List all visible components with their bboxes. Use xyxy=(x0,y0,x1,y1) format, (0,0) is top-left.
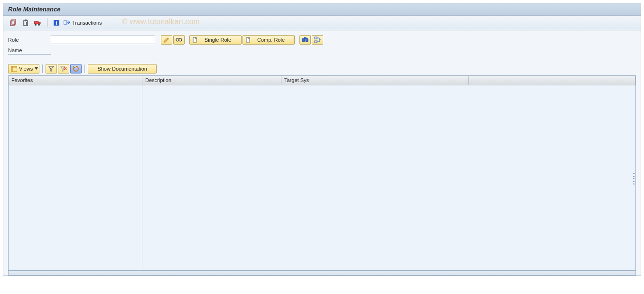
svg-text:i: i xyxy=(56,20,57,26)
info-icon[interactable]: i xyxy=(51,18,62,28)
display-button[interactable] xyxy=(173,35,185,45)
refresh-button[interactable] xyxy=(70,64,82,74)
expand-button[interactable] xyxy=(312,35,323,45)
delete-icon[interactable] xyxy=(20,18,31,28)
filter-clear-icon xyxy=(60,66,67,72)
single-role-label: Single Role xyxy=(197,37,238,43)
views-button[interactable]: Views xyxy=(8,64,39,74)
svg-point-9 xyxy=(35,24,37,26)
change-button[interactable] xyxy=(161,35,172,45)
binoculars-icon xyxy=(302,37,308,43)
svg-rect-22 xyxy=(315,37,317,39)
role-label: Role xyxy=(8,37,51,43)
show-doc-label: Show Documentation xyxy=(91,66,153,72)
column-header-empty xyxy=(469,76,635,85)
svg-rect-2 xyxy=(24,21,28,26)
grid-header-row: Favorites Description Target Sys xyxy=(9,76,635,85)
layout-icon xyxy=(11,66,17,72)
column-header-description[interactable]: Description xyxy=(142,76,281,85)
dropdown-arrow-icon xyxy=(35,67,38,70)
glasses-icon xyxy=(176,37,182,42)
column-header-favorites[interactable]: Favorites xyxy=(9,76,142,85)
svg-rect-21 xyxy=(304,37,306,39)
svg-rect-7 xyxy=(34,21,38,24)
svg-point-14 xyxy=(176,38,179,41)
comp-role-label: Comp. Role xyxy=(251,37,291,43)
transactions-label: Transactions xyxy=(72,20,102,26)
svg-rect-18 xyxy=(246,37,250,42)
document-icon xyxy=(246,37,251,43)
filter-delete-button[interactable] xyxy=(58,64,69,74)
transport-icon[interactable] xyxy=(33,18,43,28)
column-header-target-sys[interactable]: Target Sys xyxy=(281,76,469,85)
watermark-text: © www.tutorialkart.com xyxy=(122,18,200,26)
svg-rect-8 xyxy=(38,22,40,24)
page-title: Role Maintenance xyxy=(3,3,641,16)
hierarchy-icon xyxy=(314,37,321,43)
alv-toolbar: Views Show Documentation xyxy=(8,64,636,74)
app-toolbar: i Transactions © www.tutorialkart.com xyxy=(3,16,641,30)
document-icon xyxy=(193,37,197,43)
role-input[interactable] xyxy=(51,36,155,44)
data-grid: Favorites Description Target Sys xyxy=(8,75,636,271)
grid-body-favorites[interactable] xyxy=(9,85,142,270)
svg-point-10 xyxy=(38,24,40,26)
pencil-icon xyxy=(164,37,169,43)
svg-rect-26 xyxy=(11,66,13,72)
separator xyxy=(84,64,85,73)
content-area: Role Single Role Comp. Role xyxy=(3,30,641,276)
separator xyxy=(47,18,47,27)
svg-rect-17 xyxy=(193,37,196,42)
svg-rect-13 xyxy=(64,21,67,24)
svg-rect-0 xyxy=(10,21,14,26)
refresh-icon xyxy=(73,66,79,72)
svg-rect-23 xyxy=(315,41,317,43)
views-label: Views xyxy=(19,66,33,72)
show-documentation-button[interactable]: Show Documentation xyxy=(88,64,157,74)
status-bar xyxy=(8,271,636,276)
search-button[interactable] xyxy=(299,35,311,45)
svg-rect-1 xyxy=(12,19,16,24)
transactions-button[interactable]: Transactions xyxy=(64,18,102,28)
separator xyxy=(42,64,43,73)
filter-button[interactable] xyxy=(46,64,57,74)
single-role-button[interactable]: Single Role xyxy=(189,35,242,45)
name-label: Name xyxy=(8,47,51,55)
copy-icon[interactable] xyxy=(8,18,19,28)
svg-point-15 xyxy=(179,38,182,41)
grid-body-main[interactable] xyxy=(142,85,635,270)
vertical-resize-handle-icon[interactable] xyxy=(633,173,635,184)
comp-role-button[interactable]: Comp. Role xyxy=(243,35,295,45)
filter-icon xyxy=(48,66,54,72)
